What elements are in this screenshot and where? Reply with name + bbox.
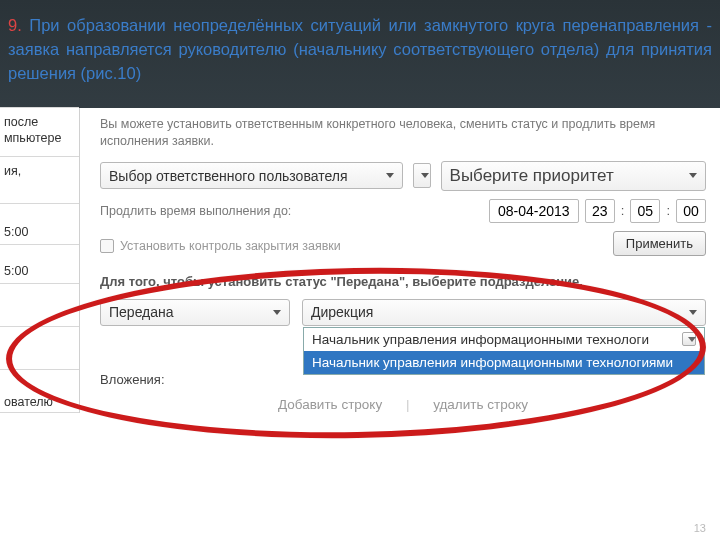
left-cell: 5:00 xyxy=(0,244,79,284)
left-cell: ователю xyxy=(0,369,79,413)
chevron-down-icon xyxy=(273,310,281,315)
chevron-down-icon xyxy=(689,310,697,315)
slide-number: 9. xyxy=(8,16,22,34)
slide-header: 9. При образовании неопределённых ситуац… xyxy=(0,0,720,108)
responsible-select[interactable]: Выбор ответственного пользователя xyxy=(100,162,403,189)
form-area: Вы можете установить ответственным конкр… xyxy=(80,108,720,413)
status-value: Передана xyxy=(109,304,174,320)
minute-input[interactable] xyxy=(630,199,660,223)
chevron-down-icon xyxy=(682,332,696,346)
department-option-label: Начальник управления информационными тех… xyxy=(312,355,673,370)
left-cell: ия, xyxy=(0,156,79,204)
add-row-link[interactable]: Добавить строку xyxy=(268,397,392,412)
slide-text: При образовании неопределённых ситуаций … xyxy=(8,16,712,82)
page-number: 13 xyxy=(694,522,706,534)
chevron-down-icon xyxy=(386,173,394,178)
control-label: Установить контроль закрытия заявки xyxy=(120,239,341,253)
divider: | xyxy=(396,397,420,412)
intro-text: Вы можете установить ответственным конкр… xyxy=(100,116,706,151)
date-input[interactable] xyxy=(489,199,579,223)
row-actions: Добавить строку | удалить строку xyxy=(100,397,706,412)
department-option-selected[interactable]: Начальник управления информационными тех… xyxy=(304,351,704,374)
left-cell: после мпьютере xyxy=(0,107,79,157)
priority-value: Выберите приоритет xyxy=(450,166,614,186)
responsible-extra-button[interactable] xyxy=(413,163,431,188)
chevron-down-icon xyxy=(689,173,697,178)
department-option-label: Начальник управления информационными тех… xyxy=(312,332,649,347)
second-input[interactable] xyxy=(676,199,706,223)
left-cell xyxy=(0,283,79,327)
status-select[interactable]: Передана xyxy=(100,299,290,326)
responsible-value: Выбор ответственного пользователя xyxy=(109,168,348,184)
left-cell: 5:00 xyxy=(0,203,79,245)
apply-button[interactable]: Применить xyxy=(613,231,706,256)
extend-label: Продлить время выполнения до: xyxy=(100,204,291,218)
left-cell xyxy=(0,326,79,370)
delete-row-link[interactable]: удалить строку xyxy=(423,397,538,412)
control-checkbox[interactable] xyxy=(100,239,114,253)
department-select[interactable]: Дирекция Начальник управления информацио… xyxy=(302,299,706,326)
department-dropdown: Начальник управления информационными тех… xyxy=(303,327,705,375)
left-column: после мпьютере ия, 5:00 5:00 ователю xyxy=(0,108,80,413)
status-hint: Для того, чтобы установить статус "Перед… xyxy=(100,274,706,289)
time-sep: : xyxy=(666,203,670,218)
hour-input[interactable] xyxy=(585,199,615,223)
chevron-down-icon xyxy=(421,173,429,178)
app-content: после мпьютере ия, 5:00 5:00 ователю Вы … xyxy=(0,108,720,413)
department-value: Дирекция xyxy=(311,304,373,320)
department-option[interactable]: Начальник управления информационными тех… xyxy=(304,328,704,351)
time-sep: : xyxy=(621,203,625,218)
priority-select[interactable]: Выберите приоритет xyxy=(441,161,706,191)
